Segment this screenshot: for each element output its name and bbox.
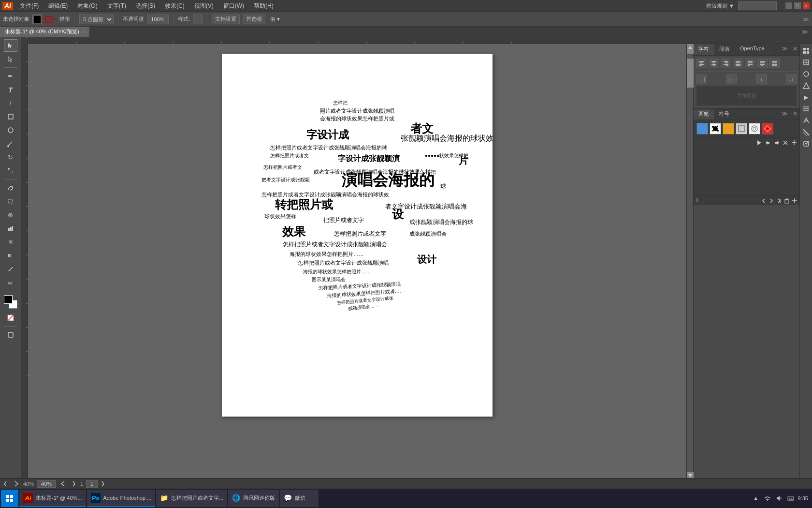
- tray-up-icon[interactable]: ▲: [752, 494, 760, 503]
- fg-color-box[interactable]: [4, 295, 13, 304]
- right-icon-8[interactable]: [801, 127, 811, 137]
- forward-icon[interactable]: [773, 139, 780, 146]
- ellipse-tool[interactable]: [4, 124, 17, 136]
- tray-network-icon[interactable]: [763, 494, 772, 503]
- taskbar-browser-item[interactable]: 🌐 腾讯网迷你版: [228, 490, 279, 507]
- tray-keyboard-icon[interactable]: [786, 494, 795, 503]
- free-transform-tool[interactable]: [4, 195, 17, 208]
- right-icon-6[interactable]: [801, 104, 811, 114]
- char-tab[interactable]: 字符: [694, 44, 714, 55]
- scale-tool[interactable]: [4, 164, 17, 177]
- view-options[interactable]: ⊞ ▼: [270, 16, 281, 23]
- menu-select[interactable]: 选择(S): [134, 1, 157, 11]
- nav-trash-icon[interactable]: [784, 198, 790, 204]
- right-icon-4[interactable]: [801, 81, 811, 90]
- taskbar-folder-item[interactable]: 📁 怎样把照片或者文字...: [156, 490, 227, 507]
- blend-tool[interactable]: ∞: [4, 276, 17, 289]
- align-left-btn[interactable]: [696, 59, 707, 68]
- brush-tool[interactable]: [4, 137, 17, 150]
- nav-add-icon[interactable]: [792, 198, 798, 204]
- swatch-blue[interactable]: [696, 123, 708, 134]
- align-center-btn[interactable]: [709, 59, 719, 68]
- style-selector[interactable]: [193, 15, 203, 24]
- opacity-input[interactable]: [147, 15, 169, 24]
- symbol-spray-tool[interactable]: ⊛: [4, 209, 17, 221]
- maximize-button[interactable]: □: [794, 2, 801, 9]
- justify-last-left-btn[interactable]: [745, 59, 755, 68]
- start-button[interactable]: [1, 490, 18, 507]
- prev-page-icon[interactable]: [4, 480, 11, 487]
- stroke-selector[interactable]: ▼: [45, 16, 57, 23]
- next-page-2-icon[interactable]: [101, 480, 107, 487]
- para-tab[interactable]: 段落: [714, 44, 735, 55]
- text-tool[interactable]: T: [4, 83, 17, 96]
- gradient-tool[interactable]: [4, 249, 17, 262]
- nav-right-icon[interactable]: [768, 198, 774, 204]
- swatch-close-btn[interactable]: ✕: [791, 109, 799, 120]
- clock-display[interactable]: 9:35: [798, 495, 808, 501]
- add-icon[interactable]: [791, 139, 798, 146]
- menu-effects[interactable]: 效果(C): [163, 1, 187, 11]
- tab-close-btn[interactable]: ×: [82, 30, 85, 34]
- next-icon[interactable]: [59, 480, 66, 487]
- page-input[interactable]: [86, 480, 98, 488]
- opentype-tab[interactable]: OpenType: [735, 44, 770, 55]
- next-page-icon[interactable]: [69, 480, 75, 487]
- document-tab[interactable]: 未标题-1* @ 40% (CMYK/预览) ×: [0, 27, 90, 37]
- taskbar-wechat-item[interactable]: 💬 微信: [280, 490, 319, 507]
- points-select[interactable]: 5 点圆形: [79, 15, 114, 24]
- swatch-flower[interactable]: [762, 123, 773, 134]
- search-input[interactable]: [738, 1, 777, 10]
- pen-tool[interactable]: ✒: [4, 70, 17, 82]
- swatch-star[interactable]: [749, 123, 760, 134]
- right-icon-5[interactable]: ▶: [801, 92, 811, 102]
- right-icon-9[interactable]: [801, 139, 811, 149]
- color-boxes[interactable]: [4, 295, 17, 309]
- toolbar-right-expand[interactable]: ≫: [803, 16, 809, 23]
- swatch-square[interactable]: [736, 123, 747, 134]
- menu-edit[interactable]: 编辑(E): [46, 1, 70, 11]
- close-button[interactable]: ×: [803, 2, 810, 9]
- menu-view[interactable]: 视图(V): [192, 1, 216, 11]
- menu-window[interactable]: 窗口(W): [221, 1, 246, 11]
- spacing-btn1[interactable]: ↕: [756, 75, 767, 84]
- nav-left-icon[interactable]: [761, 198, 767, 204]
- zoom-input[interactable]: [37, 480, 56, 488]
- direct-select-tool[interactable]: [4, 53, 17, 65]
- menu-text[interactable]: 文字(T): [105, 1, 128, 11]
- taskbar-ai-item[interactable]: Ai 未标题-1* @ 40%...: [19, 490, 86, 507]
- justify-all-btn[interactable]: [769, 59, 780, 68]
- tray-volume-icon[interactable]: [775, 494, 783, 503]
- symbol-tab[interactable]: 符号: [714, 109, 734, 120]
- first-item-btn[interactable]: 首选项: [243, 15, 265, 24]
- nav-end-icon[interactable]: [776, 198, 782, 204]
- indent-left-btn[interactable]: ←|: [696, 75, 707, 84]
- eyedropper-tool[interactable]: [4, 263, 17, 275]
- screen-mode-btn[interactable]: [4, 329, 17, 341]
- canvas-area[interactable]: 怎样把 照片或者文字设计成张靓颖演唱 会海报的球状效果怎样把照片或 者文 字设计…: [28, 44, 686, 482]
- align-right-btn[interactable]: [721, 59, 731, 68]
- spacing-btn2[interactable]: ↓↓: [786, 75, 797, 84]
- panel-close-btn[interactable]: ✕: [791, 44, 799, 55]
- right-icon-2[interactable]: [801, 58, 811, 67]
- v-scrollbar[interactable]: [686, 44, 693, 482]
- rect-tool[interactable]: [4, 110, 17, 123]
- minimize-button[interactable]: ─: [785, 2, 792, 9]
- graph-tool[interactable]: [4, 222, 17, 235]
- menu-object[interactable]: 对象(O): [75, 1, 99, 11]
- indent-right-btn[interactable]: |→: [726, 75, 737, 84]
- v-scroll-up[interactable]: [687, 44, 694, 54]
- select-tool[interactable]: [4, 39, 17, 52]
- menu-help[interactable]: 帮助(H): [252, 1, 276, 11]
- right-icon-3[interactable]: [801, 69, 811, 79]
- panel-expand-btn[interactable]: ≫: [779, 44, 791, 55]
- menu-file[interactable]: 文件(F): [18, 1, 41, 11]
- justify-last-center-btn[interactable]: [757, 59, 768, 68]
- taskbar-ps-item[interactable]: Ps Adobe Photoshop ...: [87, 490, 156, 507]
- swatch-expand-btn[interactable]: ≫: [779, 109, 791, 120]
- warp-tool[interactable]: [4, 181, 17, 194]
- swatch-splatter[interactable]: [710, 123, 721, 134]
- none-color-btn[interactable]: [4, 312, 17, 324]
- rotate-tool[interactable]: ↻: [4, 151, 17, 164]
- v-scroll-thumb[interactable]: [687, 59, 694, 88]
